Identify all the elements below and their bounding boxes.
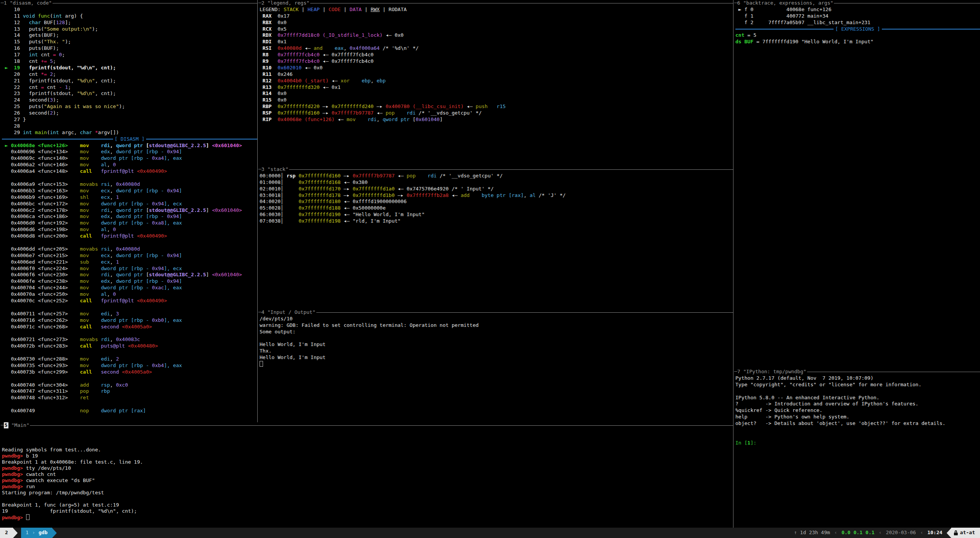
text-span: - [59,84,62,90]
text-span [488,103,497,109]
text-span: 0x7ffff7b97787 [332,110,374,116]
text-span: pop [68,388,101,394]
text-span: fprintf@plt [101,168,137,174]
terminal-line: 21 fprintf(stdout, "%d\n", cnt); [2,78,257,84]
text-span: * [95,130,98,135]
text-span: ] [179,253,182,258]
pane-ipython[interactable]: ─7IPython: tmp/pwndbg Python 2.7.17 (def… [733,369,980,528]
text-span: 01:0008│ [260,179,299,185]
text-span: —▸ [340,186,352,192]
text-span: BUF[ [41,20,56,25]
text-span: BUF [744,39,753,44]
text-span: ecx [101,188,110,194]
terminal-line: RDX 0x7ffff7dd18c0 (_IO_stdfile_1_lock) … [260,32,733,39]
text-span: 0x4006dd <func+205> [2,246,68,252]
text-span: 07:0038│ [260,218,299,224]
tmux-session-badge[interactable]: 2 [0,528,13,538]
text-span: 22 cnt [2,84,41,90]
pane-number: 4 [261,309,265,316]
pane-disasm-code[interactable]: ─1disasm, code 10 11 void func(int arg) … [0,0,257,422]
border-dash: ─ [1,0,4,7]
text-span [296,173,299,179]
terminal-line: Breakpoint 1, func (arg=5) at test.c:19 [2,502,733,508]
pane-legend-regs[interactable]: ─2legend, regs LEGEND: STACK | HEAP | CO… [257,0,733,166]
text-span: qword ptr [116,143,146,148]
text-span: 0x400749 [2,408,68,413]
terminal-line: 16 puts(BUF); [2,45,257,52]
text-span: ds [735,39,742,44]
text-span: 0x0 [278,90,286,96]
text-span: ◂— [464,103,475,109]
text-span: 14 gets(BUF); [2,32,59,38]
text-span: 0x4006f6 <func+230> [2,272,68,277]
text-span: /* 'J' */ [536,192,566,198]
text-span: 0 [113,226,116,232]
pane-input-output[interactable]: ─4Input / Output /dev/pts/10warning: GDB… [257,309,733,422]
powerline-arrow-icon [13,528,18,538]
border-rule [310,3,733,3]
text-span: pwndbg> [2,515,26,520]
text-span: [ [413,116,416,122]
terminal-line: 0x400704 <func+244> mov dword ptr [rbp -… [2,285,257,291]
text-span: *= [41,71,47,77]
text-span: | [299,7,307,12]
text-span: R12 [260,78,278,84]
text-span: movabs [68,246,101,252]
pane-header-ipython: ─7IPython: tmp/pwndbg [733,369,980,375]
text-span: 0x7fffffffd160 [299,173,341,179]
pane-backtrace-expressions[interactable]: ─6backtrace, expressions, args ► f 0 400… [733,0,980,369]
text-span: /dev/pts/10 [260,316,293,321]
text-span: 19 fprintf(stdout, "%d\n", cnt); [2,508,137,514]
text-span: 0x7ffff7fcb4c0 [278,58,320,64]
terminal-line: Hello World, I'm Input [260,354,733,361]
text-span: , [107,226,113,232]
terminal-line: R10 0x602010 ◂— 0x0 [260,65,733,71]
terminal-line: 18 cnt += 5; [2,58,257,65]
border-rule [807,372,980,372]
pane-stack[interactable]: ─3stack 00:0000│ rsp 0x7fffffffd160 —▸ 0… [257,166,733,309]
terminal-line: 07:0038│ 0x7fffffffd198 ◂— "rld, I'm Inp… [260,218,733,225]
terminal-line: Breakpoint 1 at 0x40068e: file test.c, l… [2,459,733,465]
text-span: movabs [68,336,101,342]
text-span: edx [101,213,110,219]
pane-main-gdb[interactable]: ─5Main Reading symbols from test...done.… [0,422,733,528]
text-span: | [362,7,370,12]
text-span: 5 [50,58,53,64]
terminal-line: Thx. [260,348,733,354]
text-span: ► f 0 40068e func+126 [735,7,831,12]
text-span: Python 2.7.17 (default, Nov 7 2019, 10:0… [735,375,873,381]
terminal-line: 15 puts("Thx. "); [2,39,257,45]
text-span: ] [206,272,212,277]
section-divider [882,29,980,30]
tmux-window-tab[interactable]: 1 › gdb [21,528,52,538]
text-span: 10 [2,7,20,12]
text-span: ◂— "rld, I'm Input" [340,218,401,224]
text-cursor [260,361,263,367]
uptime-value: 1d 23h 49m [800,530,830,535]
border-dash: ─ [734,369,737,375]
terminal-line: 0x400747 <func+311> pop rbp [2,388,257,395]
terminal-line: Python 2.7.17 (default, Nov 7 2019, 10:0… [735,375,980,382]
text-span: 1 [747,440,750,446]
window-name: gdb [38,530,47,536]
text-span: dword ptr [rbp - [101,220,152,226]
text-span: 0x400716 <func+262> [2,317,68,323]
terminal-line: 25 puts("Again as it was so nice"); [2,103,257,110]
terminal-line: Starting program: /tmp/pwndbg/test [2,490,733,496]
text-span: , cnt); [95,78,116,84]
terminal-line: 0x400735 <func+293> mov dword ptr [rbp -… [2,362,257,369]
text-span: RCX [260,26,278,32]
text-span: 19 [11,65,20,71]
text-span: 0x400721 <func+273> [2,336,68,342]
text-span: ; [53,58,56,64]
text-span: dword ptr [rbp - [116,278,167,284]
text-span: rdi [101,336,110,342]
terminal-line: RSP 0x7fffffffd160 —▸ 0x7ffff7b97787 ◂— … [260,110,733,116]
text-span: xor [340,78,349,84]
pane-number: 6 [737,0,740,7]
text-span: ] [206,207,212,213]
text-span: 0x40080d [278,45,302,51]
text-span: 0x4006ca <func+186> [2,213,68,219]
text-span: al [101,291,107,297]
terminal-line: 28 [2,123,257,130]
